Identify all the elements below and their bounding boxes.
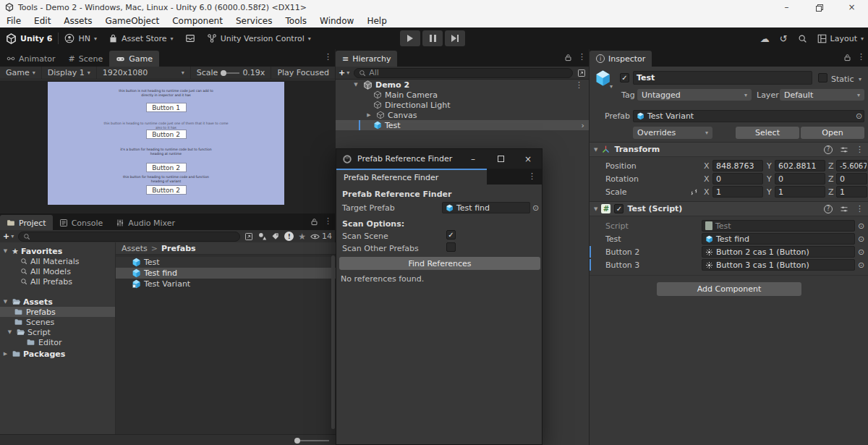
folder-prefabs[interactable]: Prefabs [0, 307, 115, 317]
foldout-open-icon[interactable]: ▼ [594, 147, 597, 153]
help-icon[interactable]: ? [824, 205, 833, 213]
game-button-3[interactable]: Button 2 [146, 163, 187, 172]
object-picker-icon[interactable]: ⊙ [858, 260, 864, 270]
prefab-object-field[interactable]: Test Variant [633, 110, 864, 122]
hierarchy-search-input[interactable]: All [354, 68, 573, 78]
thumbnail-size-slider[interactable] [294, 440, 329, 441]
asset-test-find[interactable]: Test find [116, 268, 336, 279]
menu-edit[interactable]: Edit [27, 14, 57, 27]
menu-file[interactable]: File [0, 14, 27, 27]
favorites-root[interactable]: ▼ ★ Favorites [0, 246, 115, 256]
tab-project[interactable]: Project [0, 215, 53, 231]
position-x-field[interactable]: 848.8763 [712, 160, 763, 171]
lock-icon[interactable] [843, 52, 851, 62]
hierarchy-item-canvas[interactable]: ▶ Canvas [336, 110, 589, 120]
vertical-scrollbar[interactable] [331, 255, 335, 429]
lock-icon[interactable] [564, 52, 572, 62]
asset-test-variant[interactable]: Test Variant [116, 279, 336, 289]
help-icon[interactable]: ? [824, 145, 833, 154]
active-checkbox[interactable]: ✓ [620, 73, 629, 82]
layer-dropdown[interactable]: Default▾ [780, 89, 864, 101]
prefab-enter-chevron-icon[interactable]: › [582, 121, 584, 130]
folder-script[interactable]: ▼ Script [0, 327, 115, 337]
position-y-field[interactable]: 602.8811 [775, 160, 825, 171]
transform-header[interactable]: ▼ Transform ? ⋮ [590, 142, 868, 157]
favorite-all-materials[interactable]: All Materials [0, 256, 115, 266]
folder-editor[interactable]: Editor [0, 337, 115, 347]
scale-z-field[interactable]: 1 [836, 186, 867, 198]
tab-inspector[interactable]: i Inspector [590, 51, 652, 67]
scale-y-field[interactable]: 1 [775, 186, 825, 198]
folder-assets[interactable]: ▼ Assets [0, 297, 115, 307]
tab-audio-mixer[interactable]: Audio Mixer [109, 215, 182, 231]
pause-button[interactable] [422, 30, 443, 46]
kebab-menu-icon[interactable]: ⋮ [324, 52, 332, 62]
open-search-window-icon[interactable] [244, 232, 253, 241]
kebab-menu-icon[interactable]: ⋮ [324, 216, 332, 226]
object-picker-icon[interactable]: ⊙ [532, 203, 539, 213]
hidden-count-toggle[interactable]: 14 [310, 232, 332, 241]
object-picker-icon[interactable]: ⊙ [856, 111, 862, 121]
kebab-menu-icon[interactable]: ⋮ [856, 145, 864, 154]
icon-picker-caret[interactable]: ▾ [610, 83, 613, 90]
finder-titlebar[interactable]: Prefab Reference Finder – × [336, 149, 542, 169]
search-by-label-icon[interactable] [271, 232, 280, 241]
game-button-1[interactable]: Button 1 [146, 103, 187, 112]
scale-slider-knob[interactable] [221, 70, 226, 76]
account-button[interactable]: HN ▾ [59, 33, 103, 43]
kebab-menu-icon[interactable]: ⋮ [528, 171, 536, 181]
kebab-menu-icon[interactable]: ⋮ [578, 52, 586, 62]
link-scale-icon[interactable] [689, 187, 699, 197]
rotation-y-field[interactable]: 0 [775, 173, 825, 185]
favorites-star-icon[interactable]: ★ [298, 232, 306, 242]
test-object-field[interactable]: Test find [702, 233, 855, 245]
scale-x-field[interactable]: 1 [712, 186, 763, 198]
position-z-field[interactable]: -5.606785 [836, 160, 867, 171]
finder-minimize-button[interactable]: – [459, 149, 487, 169]
presets-icon[interactable] [840, 205, 848, 213]
target-prefab-field[interactable]: Test find [442, 202, 530, 213]
step-button[interactable] [445, 30, 465, 46]
foldout-open-icon[interactable]: ▼ [1, 248, 9, 254]
open-button[interactable]: Open [801, 127, 864, 139]
select-button[interactable]: Select [736, 127, 799, 139]
tab-animator[interactable]: Animator [0, 51, 62, 67]
game-target-dropdown[interactable]: Game▾ [0, 67, 42, 80]
minimize-button[interactable]: – [770, 0, 803, 14]
folder-packages[interactable]: ▶ Packages [0, 349, 115, 359]
lock-icon[interactable] [310, 216, 318, 226]
rotation-x-field[interactable]: 0 [712, 173, 763, 185]
project-search-input[interactable] [18, 232, 240, 242]
favorite-all-prefabs[interactable]: All Prefabs [0, 276, 115, 287]
asset-store-button[interactable]: Asset Store ▾ [103, 34, 179, 43]
presets-icon[interactable] [840, 145, 848, 154]
foldout-closed-icon[interactable]: ▶ [1, 351, 9, 357]
display-dropdown[interactable]: Display 1▾ [42, 67, 97, 80]
archive-button[interactable] [179, 33, 201, 43]
scan-other-prefabs-checkbox[interactable] [446, 242, 456, 252]
tab-hierarchy[interactable]: ≡ Hierarchy [336, 51, 397, 67]
alerts-icon[interactable]: ! [284, 232, 294, 241]
finder-maximize-button[interactable] [487, 149, 514, 169]
play-button[interactable] [400, 30, 420, 46]
breadcrumb-current[interactable]: Prefabs [161, 244, 196, 253]
foldout-open-icon[interactable]: ▼ [352, 82, 360, 88]
scan-scene-checkbox[interactable]: ✓ [446, 230, 456, 240]
menu-assets[interactable]: Assets [57, 14, 98, 27]
breadcrumb-root[interactable]: Assets [122, 244, 148, 253]
test-script-header[interactable]: ▼ # ✓ Test (Script) ? ⋮ [590, 201, 868, 216]
overrides-dropdown[interactable]: Overrides▾ [633, 127, 712, 139]
game-button-4[interactable]: Button 2 [146, 185, 187, 195]
rotation-z-field[interactable]: 0 [836, 173, 867, 185]
object-picker-icon[interactable]: ⊙ [858, 234, 864, 244]
favorite-all-models[interactable]: All Models [0, 266, 115, 276]
version-control-button[interactable]: Unity Version Control ▾ [201, 33, 317, 43]
find-references-button[interactable]: Find References [339, 257, 540, 270]
tab-console[interactable]: Console [53, 215, 110, 231]
hierarchy-item-directional-light[interactable]: Directional Light [336, 100, 589, 110]
search-icon[interactable] [798, 33, 807, 43]
tab-prefab-reference-finder[interactable]: Prefab Reference Finder [336, 169, 487, 185]
game-button-2[interactable]: Button 2 [146, 130, 187, 139]
search-by-type-icon[interactable] [258, 232, 267, 242]
static-flags-caret[interactable]: ▾ [859, 76, 861, 82]
